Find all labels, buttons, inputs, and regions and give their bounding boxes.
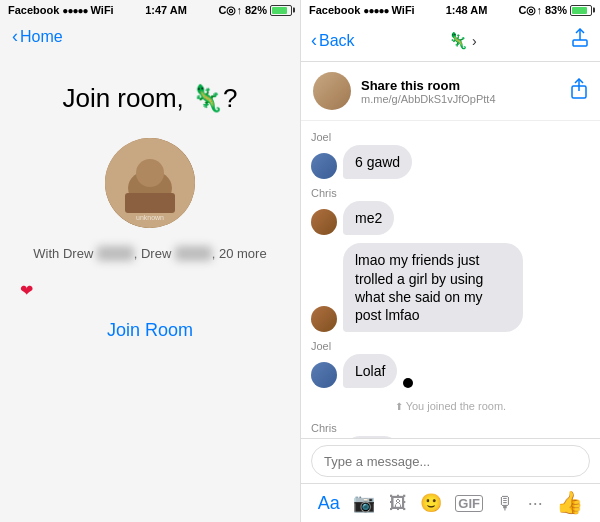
nav-center: 🦎 ›	[448, 31, 477, 50]
share-room-avatar	[313, 72, 351, 110]
room-avatar: unknown	[105, 138, 195, 228]
with-text: With Drew ████, Drew ████, 20 more	[33, 246, 266, 261]
back-label: Back	[319, 32, 355, 50]
bubble-incoming-lmao: lmao my friends just trolled a girl by u…	[343, 243, 523, 332]
snake-icon: 🦎	[448, 31, 468, 50]
more-button[interactable]: ···	[528, 493, 543, 514]
message-input[interactable]	[311, 445, 590, 477]
left-nav-bar: ‹ Home	[0, 20, 300, 53]
right-status-bar: Facebook ●●●●● WiFi 1:48 AM C◎↑ 83%	[301, 0, 600, 20]
joel-avatar	[311, 153, 337, 179]
with-label: With Drew	[33, 246, 97, 261]
messages-area: Joel 6 gawd Chris me2 lmao my friends ju…	[301, 121, 600, 438]
left-content: Join room, 🦎? unknown With Drew ████, Dr…	[0, 53, 300, 522]
avatar-svg: unknown	[105, 138, 195, 228]
bubble-row-joel-1: 6 gawd	[311, 145, 590, 179]
battery-fill-left	[272, 7, 287, 14]
share-title: Share this room	[361, 78, 560, 93]
battery-pct-right: 83%	[545, 4, 567, 16]
bubble-row-joel-2: Lolaf	[311, 354, 590, 388]
joel-avatar-2	[311, 362, 337, 388]
bubble-incoming-me2: me2	[343, 201, 394, 235]
chris-avatar-2	[311, 306, 337, 332]
like-button[interactable]: 👍	[556, 490, 583, 516]
share-header: Share this room m.me/g/AbbDkS1vJfOpPtt4	[301, 62, 600, 121]
bubble-row-chris-1: me2	[311, 201, 590, 235]
share-nav-icon[interactable]	[570, 28, 590, 53]
signal-left: ●●●●●	[62, 5, 87, 16]
left-status-bar: Facebook ●●●●● WiFi 1:47 AM C◎↑ 82%	[0, 0, 300, 20]
sender-name-joel-2: Joel	[311, 340, 590, 352]
emoji-button[interactable]: 🙂	[420, 492, 442, 514]
wifi-icon-left: WiFi	[91, 4, 114, 16]
message-group-chris-1: Chris me2	[301, 185, 600, 239]
misc-icons-left: C◎↑	[219, 4, 242, 17]
battery-fill-right	[572, 7, 587, 14]
home-back-button[interactable]: ‹ Home	[12, 26, 63, 47]
battery-right	[570, 5, 592, 16]
home-label: Home	[20, 28, 63, 46]
bubble-row-chris-2: lmao my friends just trolled a girl by u…	[311, 243, 590, 332]
message-group-chris-2: lmao my friends just trolled a girl by u…	[301, 241, 600, 336]
app-name-right: Facebook	[309, 4, 360, 16]
bubble-incoming-lolaf: Lolaf	[343, 354, 397, 388]
gif-button[interactable]: GIF	[455, 495, 483, 512]
chris-avatar-1	[311, 209, 337, 235]
sender-name-chris-3: Chris	[311, 422, 590, 434]
toolbar-bar: Aa 📷 🖼 🙂 GIF 🎙 ··· 👍	[301, 483, 600, 522]
message-group-joel-1: Joel 6 gawd	[301, 129, 600, 183]
sticker-button[interactable]: 🖼	[389, 493, 407, 514]
share-action-button[interactable]	[570, 78, 588, 105]
misc-icons-right: C◎↑	[519, 4, 542, 17]
wifi-icon-right: WiFi	[392, 4, 415, 16]
blurred-name-2: ████	[175, 246, 212, 261]
blurred-name-1: ████	[97, 246, 134, 261]
system-message: You joined the room.	[301, 400, 600, 412]
more-label: , 20 more	[212, 246, 267, 261]
join-room-button[interactable]: Join Room	[107, 320, 193, 341]
right-panel: Facebook ●●●●● WiFi 1:48 AM C◎↑ 83% ‹ Ba…	[300, 0, 600, 522]
svg-point-2	[136, 159, 164, 187]
join-title: Join room, 🦎?	[62, 83, 237, 114]
heart-emoji: ❤	[20, 281, 33, 300]
left-status-bar-right: C◎↑ 82%	[219, 4, 292, 17]
chevron-left-icon: ‹	[12, 26, 18, 47]
battery-pct-left: 82%	[245, 4, 267, 16]
message-group-joel-2: Joel Lolaf	[301, 338, 600, 392]
left-panel: Facebook ●●●●● WiFi 1:47 AM C◎↑ 82% ‹ Ho…	[0, 0, 300, 522]
mic-button[interactable]: 🎙	[496, 493, 514, 514]
upload-icon	[570, 28, 590, 48]
svg-text:unknown: unknown	[136, 214, 164, 221]
unread-dot	[403, 378, 413, 388]
svg-rect-3	[125, 193, 175, 213]
time-left: 1:47 AM	[145, 4, 187, 16]
time-right: 1:48 AM	[446, 4, 488, 16]
back-button[interactable]: ‹ Back	[311, 30, 355, 51]
share-icon	[570, 78, 588, 100]
camera-button[interactable]: 📷	[353, 492, 375, 514]
input-bar	[301, 438, 600, 483]
app-name-left: Facebook	[8, 4, 59, 16]
chevron-back-icon: ‹	[311, 30, 317, 51]
nav-chevron-icon: ›	[472, 33, 477, 49]
share-link: m.me/g/AbbDkS1vJfOpPtt4	[361, 93, 560, 105]
battery-left	[270, 5, 292, 16]
signal-right: ●●●●●	[363, 5, 388, 16]
share-info: Share this room m.me/g/AbbDkS1vJfOpPtt4	[361, 78, 560, 105]
svg-rect-5	[573, 40, 587, 46]
room-avatar-image: unknown	[105, 138, 195, 228]
bubble-incoming: 6 gawd	[343, 145, 412, 179]
right-nav-bar: ‹ Back 🦎 ›	[301, 20, 600, 62]
right-status-bar-left: Facebook ●●●●● WiFi	[309, 4, 415, 16]
comma-label: , Drew	[134, 246, 175, 261]
aa-button[interactable]: Aa	[318, 493, 340, 514]
sender-name-joel: Joel	[311, 131, 590, 143]
message-group-chris-3: Chris a suh	[301, 420, 600, 438]
sender-name-chris-1: Chris	[311, 187, 590, 199]
left-status-bar-left: Facebook ●●●●● WiFi	[8, 4, 114, 16]
right-status-bar-right: C◎↑ 83%	[519, 4, 592, 17]
